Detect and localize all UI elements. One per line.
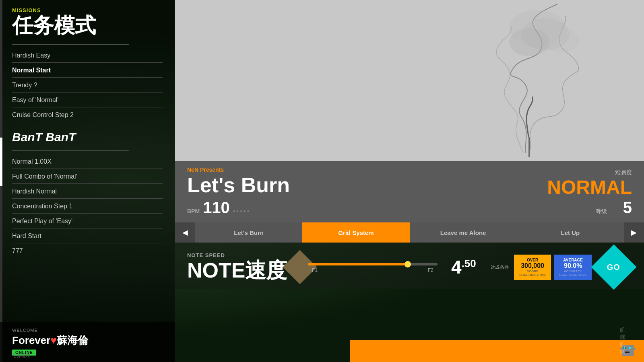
album-art (175, 0, 644, 161)
svg-rect-13 (634, 348, 636, 350)
svg-rect-5 (528, 137, 530, 157)
ns-f-labels: F1 F2 (308, 267, 438, 273)
tab-leave-me-alone[interactable]: Leave me Alone (410, 222, 517, 243)
menu-item-hardish-normal[interactable]: Hardish Normal (12, 184, 163, 199)
f1-label: F1 (312, 267, 318, 273)
menu-item-hardish-easy[interactable]: Hardish Easy (12, 48, 163, 63)
ns-track[interactable] (308, 263, 438, 265)
svg-rect-0 (175, 0, 644, 161)
note-speed-section: NOTE SPEED NOTE速度 F1 F2 (175, 243, 644, 289)
left-edge (0, 0, 2, 362)
ns-fill (308, 263, 409, 265)
accuracy-badge-top: AVERAGE (559, 258, 587, 262)
song-info-bar: NeN Presents Let's Burn BPM 110 • • • • … (175, 161, 644, 222)
bottom-bar: F3 风格选项 (350, 340, 644, 362)
menu-list-2: Normal 1.00X Full Combo of 'Normal' Hard… (0, 154, 175, 258)
tab-let-up[interactable]: Let Up (517, 222, 624, 243)
smoke-svg (175, 0, 644, 161)
menu-item-normal1[interactable]: Normal 1.00X (12, 154, 163, 169)
note-speed-label-block: NOTE SPEED NOTE速度 (187, 252, 292, 282)
menu-item-trendy[interactable]: Trendy ? (12, 78, 163, 93)
score-badge-top: OVER (519, 258, 547, 262)
goals-label: 达成条件 (491, 264, 509, 270)
main-content: NeN Presents Let's Burn BPM 110 • • • • … (175, 0, 644, 362)
sidebar: MISSIONS 任务模式 Hardish Easy Normal Start … (0, 0, 175, 362)
go-button-wrap: GO (596, 249, 632, 285)
ns-value-decimal: .50 (462, 257, 476, 269)
menu-item-hard-start[interactable]: Hard Start (12, 228, 163, 243)
bpm-label: BPM (187, 208, 200, 214)
divider-1 (12, 44, 129, 45)
bpm-section: BPM 110 • • • • • (187, 199, 290, 217)
menu-list-1: Hardish Easy Normal Start Trendy ? Easy … (0, 48, 175, 122)
diff-label: 难易度 (547, 169, 632, 176)
svg-rect-10 (629, 347, 631, 349)
tab-lets-burn[interactable]: Let's Burn (195, 222, 302, 243)
menu-item-full-combo[interactable]: Full Combo of 'Normal' (12, 169, 163, 184)
bpm-value: 110 (203, 199, 230, 217)
badges-row: OVER 300,000 SCOREGOAL OBJECTIVE AVERAGE… (514, 255, 592, 280)
diff-value: NORMAL (547, 178, 632, 197)
svg-point-4 (509, 10, 566, 46)
tab-prev-btn[interactable]: ◀ (175, 222, 195, 243)
tab-next-btn[interactable]: ▶ (624, 222, 644, 243)
score-badge-sub: SCOREGOAL OBJECTIVE (519, 269, 547, 277)
go-button[interactable]: GO (591, 244, 636, 290)
goals-section: 达成条件 (490, 264, 510, 270)
slider-area: F1 F2 (292, 261, 438, 273)
task-mode-label: 任务模式 (12, 353, 30, 359)
welcome-name-text: Forever (12, 334, 50, 346)
watermark-text: 叽咪叽咪 (620, 327, 628, 356)
tab-bar: ◀ Let's Burn Grid System Leave me Alone … (175, 222, 644, 243)
ns-value: 4.50 (442, 256, 486, 278)
sidebar-title: 任务模式 (12, 14, 163, 37)
bpm-sub: • • • • • (233, 208, 249, 214)
menu-item-concentration[interactable]: Concentration Step 1 (12, 199, 163, 214)
accuracy-badge: AVERAGE 90.0% ACCURACYGOAL OBJECTIVE (554, 255, 592, 280)
missions-label: MISSIONS (12, 7, 163, 13)
menu-item-perfect-easy[interactable]: Perfect Play of 'Easy' (12, 214, 163, 228)
tab-grid-system[interactable]: Grid System (302, 222, 409, 243)
level-value: 5 (623, 199, 632, 217)
song-title: Let's Burn (187, 175, 290, 195)
heart-icon: ♥ (50, 334, 56, 346)
welcome-name: Forever♥蘇海倫 (12, 333, 163, 348)
menu-item-cruise[interactable]: Cruise Control Step 2 (12, 107, 163, 122)
song-presenter: NeN Presents (187, 167, 290, 173)
menu-item-easy-normal[interactable]: Easy of 'Normal' (12, 93, 163, 107)
go-label: GO (607, 263, 620, 272)
sidebar-header: MISSIONS 任务模式 (0, 0, 175, 41)
accuracy-badge-main: 90.0% (559, 262, 587, 269)
level-label: 等级 (596, 208, 607, 215)
menu-item-normal-start[interactable]: Normal Start (12, 63, 163, 78)
f2-label: F2 (428, 267, 433, 273)
slider-track-wrap: F1 F2 (308, 263, 438, 273)
welcome-bar: WELCOME Forever♥蘇海倫 ONLINE 任务模式 (0, 322, 175, 362)
ns-value-main: 4 (451, 257, 462, 278)
song-info-left: NeN Presents Let's Burn BPM 110 • • • • … (187, 167, 290, 217)
note-speed-label: NOTE SPEED (187, 252, 292, 258)
ns-thumb (405, 261, 411, 267)
welcome-label: WELCOME (12, 328, 163, 333)
welcome-name2: 蘇海倫 (57, 334, 88, 346)
divider-2 (12, 150, 129, 151)
section-title: BanT BanT (0, 122, 175, 147)
note-speed-title: NOTE速度 (187, 259, 292, 282)
watermark-area: 叽咪叽咪 (620, 343, 636, 359)
score-badge-main: 300,000 (519, 262, 547, 269)
accuracy-badge-sub: ACCURACYGOAL OBJECTIVE (559, 269, 587, 277)
score-badge: OVER 300,000 SCOREGOAL OBJECTIVE (514, 255, 551, 280)
left-edge-line (0, 138, 2, 186)
difficulty-section: 难易度 NORMAL 等级 5 (547, 169, 632, 217)
menu-item-777[interactable]: 777 (12, 243, 163, 258)
